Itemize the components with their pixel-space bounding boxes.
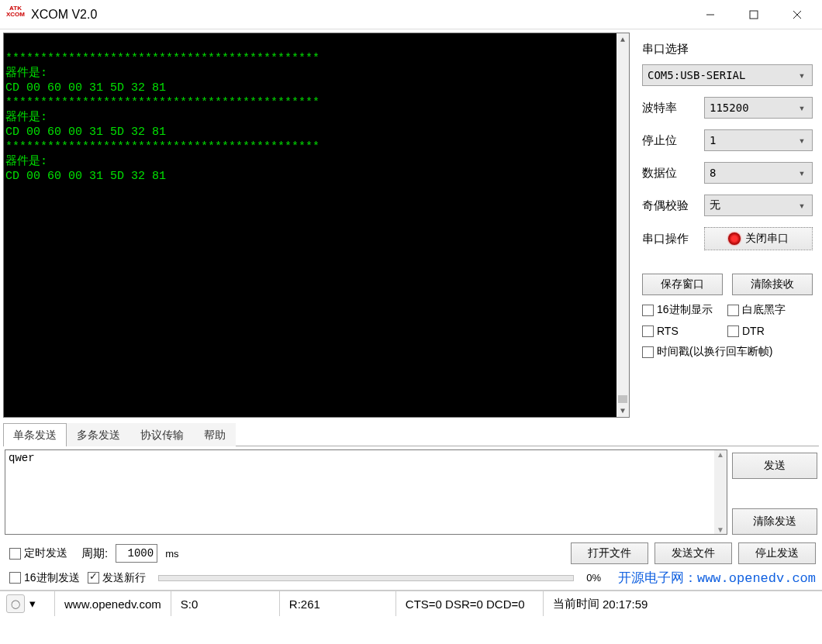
window-title: XCOM V2.0 [31, 8, 97, 22]
status-signals: CTS=0 DSR=0 DCD=0 [395, 591, 543, 616]
parity-value: 无 [710, 198, 720, 212]
port-status-led-icon [728, 232, 741, 245]
scroll-down-icon[interactable]: ▼ [616, 405, 629, 417]
parity-label: 奇偶校验 [642, 198, 704, 213]
send-textarea[interactable]: qwer ▲ ▼ [5, 449, 727, 535]
chevron-down-icon: ▾ [795, 133, 809, 147]
databit-label: 数据位 [642, 166, 704, 181]
send-file-button[interactable]: 发送文件 [654, 542, 732, 564]
stopbit-select[interactable]: 1 ▾ [704, 129, 813, 151]
period-input[interactable] [116, 544, 157, 563]
chevron-down-icon: ▾ [795, 198, 809, 212]
receive-terminal[interactable]: ****************************************… [3, 33, 630, 418]
terminal-scrollbar[interactable]: ▲ ▼ [616, 33, 629, 417]
port-select-value: COM5:USB-SERIAL [648, 69, 745, 81]
port-select[interactable]: COM5:USB-SERIAL ▾ [642, 64, 813, 86]
databit-value: 8 [710, 167, 716, 179]
website-link[interactable]: www.openedv.com [697, 571, 816, 586]
app-icon: ATKXCOM [6, 5, 25, 24]
svg-rect-1 [750, 11, 758, 19]
dtr-checkbox[interactable]: DTR [727, 325, 813, 337]
website-label: 开源电子网： [618, 571, 697, 586]
send-newline-checkbox[interactable]: ✓发送新行 [88, 571, 146, 585]
tab-help[interactable]: 帮助 [194, 423, 236, 446]
send-tabs: 单条发送 多条发送 协议传输 帮助 [3, 422, 819, 446]
stopbit-label: 停止位 [642, 133, 704, 148]
baud-label: 波特率 [642, 101, 704, 115]
scroll-up-icon[interactable]: ▲ [616, 33, 629, 46]
timestamp-checkbox[interactable]: 时间戳(以换行回车断帧) [642, 345, 813, 359]
chevron-down-icon: ▾ [795, 68, 809, 82]
chevron-down-icon: ▾ [795, 166, 809, 180]
hex-send-checkbox[interactable]: 16进制发送 [9, 571, 80, 585]
white-bg-checkbox[interactable]: 白底黑字 [727, 303, 813, 317]
timed-send-checkbox[interactable]: 定时发送 [9, 546, 67, 560]
status-dropdown[interactable]: ▾ [29, 597, 45, 611]
databit-select[interactable]: 8 ▾ [704, 162, 813, 184]
status-website[interactable]: www.openedv.com [54, 591, 171, 616]
close-port-button[interactable]: 关闭串口 [704, 227, 813, 250]
serial-select-label: 串口选择 [642, 42, 813, 57]
period-label: 周期: [81, 546, 108, 561]
tab-protocol[interactable]: 协议传输 [130, 423, 194, 446]
clear-send-button[interactable]: 清除发送 [732, 508, 817, 535]
save-window-button[interactable]: 保存窗口 [642, 274, 723, 295]
hex-display-checkbox[interactable]: 16进制显示 [642, 303, 727, 317]
stopbit-value: 1 [710, 134, 716, 146]
serial-settings-panel: 串口选择 COM5:USB-SERIAL ▾ 波特率 115200 ▾ 停止位 … [636, 29, 822, 421]
send-text-content: qwer [5, 450, 727, 466]
chevron-down-icon: ▾ [795, 101, 809, 115]
rts-checkbox[interactable]: RTS [642, 325, 727, 337]
baud-value: 115200 [710, 102, 749, 114]
tab-multi-send[interactable]: 多条发送 [67, 423, 130, 446]
period-unit: ms [165, 548, 178, 560]
status-nav-button[interactable]: ◯ [6, 594, 25, 613]
open-file-button[interactable]: 打开文件 [571, 542, 648, 564]
minimize-button[interactable] [689, 1, 732, 29]
close-button[interactable] [775, 1, 819, 29]
stop-send-button[interactable]: 停止发送 [738, 542, 816, 564]
parity-select[interactable]: 无 ▾ [704, 195, 813, 216]
send-progress-pct: 0% [586, 572, 601, 584]
terminal-output: ****************************************… [5, 51, 627, 184]
send-button[interactable]: 发送 [732, 453, 817, 479]
close-port-label: 关闭串口 [745, 232, 789, 246]
port-op-label: 串口操作 [642, 232, 704, 246]
statusbar: ◯ ▾ www.openedv.com S:0 R:261 CTS=0 DSR=… [0, 590, 822, 616]
baud-select[interactable]: 115200 ▾ [704, 97, 813, 119]
send-progress-bar [158, 575, 575, 581]
maximize-button[interactable] [732, 1, 775, 29]
main-area: ****************************************… [0, 29, 822, 421]
status-time: 当前时间 20:17:59 [543, 591, 658, 616]
tab-single-send[interactable]: 单条发送 [3, 423, 67, 446]
titlebar: ATKXCOM XCOM V2.0 [0, 0, 822, 29]
status-recv: R:261 [279, 591, 395, 616]
clear-receive-button[interactable]: 清除接收 [732, 274, 813, 295]
status-sent: S:0 [171, 591, 279, 616]
send-scrollbar[interactable]: ▲ ▼ [714, 450, 727, 534]
